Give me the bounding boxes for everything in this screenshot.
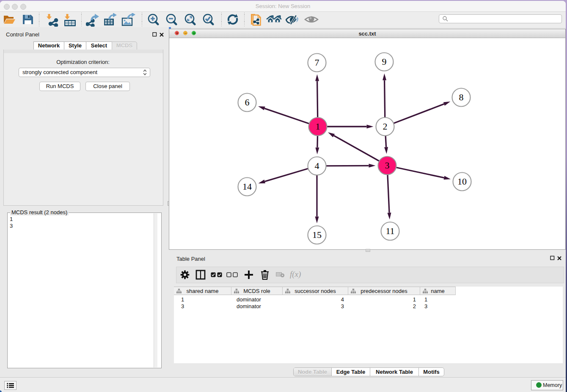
svg-text:6: 6 [245, 97, 250, 108]
svg-text:9: 9 [382, 56, 387, 67]
svg-text:10: 10 [457, 176, 467, 187]
svg-text:7: 7 [315, 57, 319, 68]
svg-text:14: 14 [242, 181, 252, 192]
svg-text:15: 15 [312, 229, 322, 240]
svg-text:3: 3 [385, 160, 390, 171]
svg-text:2: 2 [383, 121, 388, 132]
svg-text:4: 4 [315, 160, 319, 171]
svg-text:11: 11 [385, 226, 394, 236]
svg-text:1: 1 [316, 121, 320, 132]
svg-text:8: 8 [459, 92, 464, 102]
